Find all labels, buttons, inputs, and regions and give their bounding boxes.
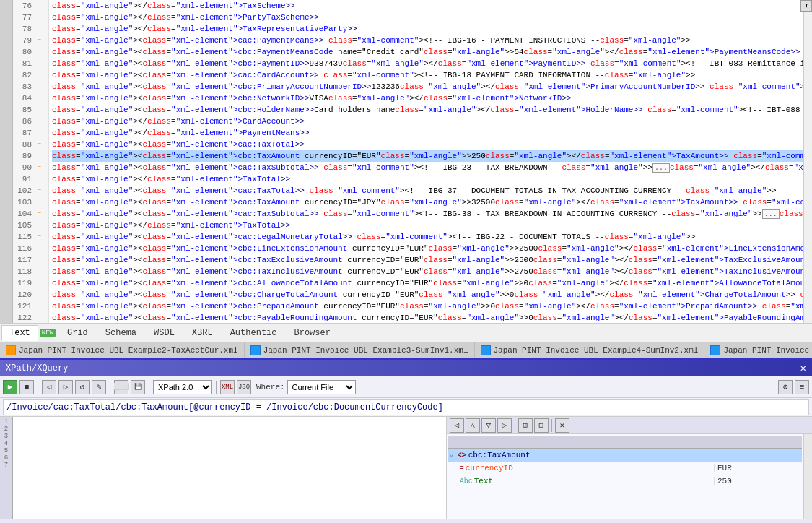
horizontal-scrollbar[interactable] (0, 323, 812, 324)
line-number-row-77: 77 (13, 12, 48, 23)
line-num-102: 102 (13, 186, 35, 195)
code-line-91: class="xml-angle"></class="xml-element">… (52, 173, 812, 185)
file-tabs-bar: Japan PINT Invoice UBL Example2-TaxAcctC… (0, 342, 812, 358)
col-header-name (448, 436, 715, 448)
xpath-validate-button[interactable]: XML (220, 380, 235, 394)
line-num-87: 87 (13, 129, 35, 137)
xpath-edit-button[interactable]: ✎ (92, 380, 106, 394)
fold-icon-84 (35, 94, 43, 103)
right-sep-1 (515, 419, 515, 432)
tree-text-icon: Abc (460, 477, 473, 485)
vertical-scrollbar[interactable]: ⬆ (803, 0, 812, 323)
xpath-json-button[interactable]: JS0 (237, 380, 251, 394)
file-tab-2[interactable]: Japan PINT Invoice UBL Example4-SumInv2.… (475, 342, 705, 358)
line-number-row-79: 79− (13, 35, 48, 46)
fold-icon-76 (35, 1, 43, 10)
toolbar-separator-2 (110, 381, 110, 394)
code-content[interactable]: class="xml-angle"></class="xml-element">… (49, 0, 812, 323)
line-number-row-83: 83 (13, 81, 48, 92)
line-number-row-81: 81 (13, 58, 48, 69)
xpath-toolbar: ▶ ■ ◁ ▷ ↺ ✎ ⬜⬜ 💾 XPath 2.0 XPath 1.0 XQu… (0, 376, 812, 398)
tree-row-root[interactable]: ▽ <> cbc:TaxAmount (448, 449, 802, 462)
xpath-run-button[interactable]: ▶ (3, 380, 17, 394)
tab-text[interactable]: Text (1, 325, 38, 341)
fold-icon-105 (35, 221, 43, 230)
line-number-row-84: 84 (13, 92, 48, 104)
fold-icon-80 (35, 48, 43, 56)
xpath-more-button[interactable]: ≡ (795, 380, 809, 394)
line-num-117: 117 (13, 256, 35, 264)
xpath-forward-button[interactable]: ▷ (58, 380, 73, 394)
file-tab-icon-0 (6, 345, 16, 355)
tab-new-badge: NEW (40, 329, 56, 337)
file-tab-1[interactable]: Japan PINT Invoice UBL Example3-SumInv1.… (245, 342, 475, 358)
right-vertical-scrollbar[interactable] (803, 434, 812, 519)
right-nav-up[interactable]: △ (466, 418, 480, 433)
fold-icon-88[interactable]: − (35, 140, 43, 149)
code-line-119: class="xml-angle"><class="xml-element">c… (52, 277, 812, 289)
right-nav-left[interactable]: ◁ (450, 418, 464, 433)
scroll-top-button[interactable]: ⬆ (800, 0, 812, 12)
toolbar-separator-4 (216, 381, 217, 394)
xpath-close-button[interactable]: ✕ (800, 362, 806, 374)
fold-icon-87 (35, 129, 43, 137)
code-line-116: class="xml-angle"><class="xml-element">c… (52, 243, 812, 254)
tree-row-attr[interactable]: = currencyID EUR (448, 462, 802, 475)
tab-authentic[interactable]: Authentic (222, 325, 285, 341)
fold-icon-82[interactable]: − (35, 71, 43, 79)
xpath-where-select[interactable]: Current File All Open Files (287, 380, 356, 394)
line-number-row-122: 122 (13, 312, 48, 323)
tab-schema[interactable]: Schema (97, 325, 144, 341)
fold-icon-77 (35, 13, 43, 22)
xpath-settings-button[interactable]: ⚙ (778, 380, 793, 394)
right-clear[interactable]: ✕ (555, 418, 569, 433)
xpath-right-toolbar: ◁ △ ▽ ▷ ⊞ ⊟ ✕ (447, 417, 812, 434)
line-num-88: 88 (13, 140, 35, 149)
file-tab-3[interactable]: Japan PINT Invoice UBL Example5-Allo (704, 342, 812, 358)
fold-icon-122 (35, 314, 43, 322)
line-number-row-102: 102− (13, 185, 48, 196)
right-expand[interactable]: ⊞ (518, 418, 533, 433)
fold-icon-115[interactable]: − (35, 233, 43, 241)
right-nav-right[interactable]: ▷ (497, 418, 512, 433)
tab-grid[interactable]: Grid (59, 325, 96, 341)
line-num-115: 115 (13, 233, 35, 241)
code-line-77: class="xml-angle"></class="xml-element">… (52, 12, 812, 23)
xpath-save-button[interactable]: 💾 (131, 380, 145, 394)
xpath-input[interactable] (3, 399, 809, 415)
xpath-body: 1 2 3 4 5 6 7 ◁ △ ▽ ▷ ⊞ ⊟ ✕ (0, 417, 812, 519)
line-num-77: 77 (13, 13, 35, 22)
fold-icon-83 (35, 82, 43, 91)
tab-browser[interactable]: Browser (286, 325, 338, 341)
right-collapse[interactable]: ⊟ (534, 418, 549, 433)
tree-expand-icon[interactable]: ▽ (450, 451, 457, 459)
fold-icon-79[interactable]: − (35, 36, 43, 45)
line-number-row-80: 80 (13, 46, 48, 58)
fold-icon-78 (35, 25, 43, 33)
right-sep-2 (551, 419, 552, 432)
xpath-version-select[interactable]: XPath 2.0 XPath 1.0 XQuery 1.0 (153, 380, 212, 394)
code-line-104: class="xml-angle"><class="xml-element">c… (52, 208, 812, 220)
editor-area: 76777879−808182−838485868788−8990−91102−… (0, 0, 812, 324)
right-nav-down[interactable]: ▽ (481, 418, 496, 433)
tab-wsdl[interactable]: WSDL (146, 325, 183, 341)
xpath-where-label: Where: (256, 383, 285, 392)
tab-xbrl[interactable]: XBRL (184, 325, 221, 341)
tree-row-text[interactable]: Abc Text 250 (448, 475, 802, 488)
line-numbers: 76777879−808182−838485868788−8990−91102−… (13, 0, 49, 323)
xpath-open-button[interactable]: ⬜⬜ (114, 380, 128, 394)
line-num-84: 84 (13, 94, 35, 103)
line-number-row-76: 76 (13, 0, 48, 12)
fold-icon-90[interactable]: − (35, 163, 43, 172)
xpath-left-panel: 1 2 3 4 5 6 7 (0, 417, 447, 519)
xpath-back-button[interactable]: ◁ (42, 380, 56, 394)
fold-icon-116 (35, 244, 43, 253)
col-header-value (715, 436, 802, 448)
line-num-121: 121 (13, 302, 35, 311)
xpath-refresh-button[interactable]: ↺ (75, 380, 90, 394)
file-tab-0[interactable]: Japan PINT Invoice UBL Example2-TaxAcctC… (0, 342, 245, 358)
xpath-stop-button[interactable]: ■ (19, 380, 34, 394)
tree-text-value: 250 (714, 477, 800, 485)
fold-icon-104[interactable]: − (35, 209, 43, 218)
fold-icon-102[interactable]: − (35, 186, 43, 195)
